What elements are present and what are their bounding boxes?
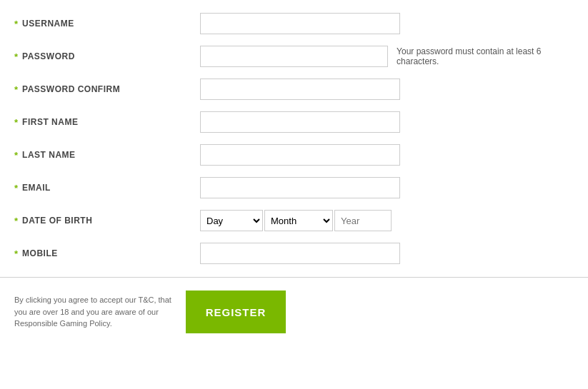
password-confirm-row: * PASSWORD CONFIRM [14, 73, 574, 106]
email-input[interactable] [200, 177, 400, 198]
disclaimer-text: By clicking you agree to accept our T&C,… [14, 294, 171, 330]
register-button[interactable]: REGISTER [186, 291, 286, 333]
registration-form: * USERNAME * PASSWORD Your password must… [0, 0, 588, 270]
username-input[interactable] [200, 13, 400, 34]
username-required-star: * [14, 19, 18, 29]
password-hint: Your password must contain at least 6 ch… [397, 46, 574, 66]
dob-year-input[interactable] [334, 210, 392, 231]
password-confirm-label-wrapper: * PASSWORD CONFIRM [14, 84, 200, 95]
dob-row: * DATE OF BIRTH Day 12345 678910 1112131… [14, 204, 574, 237]
last-name-input[interactable] [200, 144, 400, 166]
password-input[interactable] [200, 46, 388, 67]
first-name-row: * FIRST NAME [14, 106, 574, 138]
mobile-required-star: * [14, 248, 18, 259]
first-name-label: FIRST NAME [22, 117, 78, 127]
dob-month-select[interactable]: Month JanuaryFebruaryMarch AprilMayJune … [264, 210, 333, 231]
email-required-star: * [14, 183, 18, 193]
username-row: * USERNAME [14, 7, 574, 40]
first-name-required-star: * [14, 117, 18, 128]
password-confirm-input[interactable] [200, 79, 400, 100]
last-name-label: LAST NAME [22, 150, 76, 160]
last-name-label-wrapper: * LAST NAME [14, 150, 200, 161]
mobile-label: MOBILE [22, 248, 58, 258]
last-name-required-star: * [14, 150, 18, 161]
password-row: * PASSWORD Your password must contain at… [14, 40, 574, 73]
first-name-label-wrapper: * FIRST NAME [14, 117, 200, 128]
mobile-row: * MOBILE [14, 237, 574, 270]
dob-label: DATE OF BIRTH [22, 216, 92, 226]
dob-day-select[interactable]: Day 12345 678910 1112131415 1617181920 2… [200, 210, 263, 231]
last-name-row: * LAST NAME [14, 138, 574, 171]
email-label-wrapper: * EMAIL [14, 183, 200, 193]
dob-selects-wrapper: Day 12345 678910 1112131415 1617181920 2… [200, 210, 392, 231]
username-label: USERNAME [22, 19, 74, 29]
first-name-input[interactable] [200, 111, 400, 133]
password-required-star: * [14, 51, 18, 62]
footer-bar: By clicking you agree to accept our T&C,… [0, 278, 588, 346]
username-label-wrapper: * USERNAME [14, 19, 200, 29]
email-row: * EMAIL [14, 171, 574, 204]
password-confirm-label: PASSWORD CONFIRM [22, 84, 120, 94]
dob-label-wrapper: * DATE OF BIRTH [14, 216, 200, 226]
password-label-wrapper: * PASSWORD [14, 51, 200, 62]
password-label: PASSWORD [22, 51, 75, 61]
email-label: EMAIL [22, 183, 51, 193]
password-confirm-required-star: * [14, 84, 18, 95]
dob-required-star: * [14, 216, 18, 226]
mobile-label-wrapper: * MOBILE [14, 248, 200, 259]
mobile-input[interactable] [200, 243, 400, 264]
